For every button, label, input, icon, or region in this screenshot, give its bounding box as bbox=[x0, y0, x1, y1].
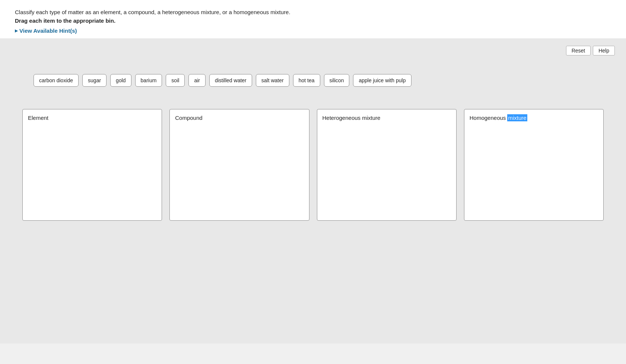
bin-element-title: Element bbox=[28, 115, 156, 121]
bin-homogeneous-title: Homogeneous mixture bbox=[470, 115, 598, 121]
highlight-mixture: mixture bbox=[507, 114, 527, 121]
help-button[interactable]: Help bbox=[593, 46, 615, 55]
bin-compound-title: Compound bbox=[175, 115, 304, 121]
drag-item-soil[interactable]: soil bbox=[166, 74, 185, 87]
bin-heterogeneous-title: Heterogeneous mixture bbox=[322, 115, 451, 121]
bins-area: Element Compound Heterogeneous mixture H… bbox=[11, 109, 615, 221]
drag-item-apple-juice-with-pulp[interactable]: apple juice with pulp bbox=[353, 74, 411, 87]
instruction-line2: Drag each item to the appropriate bin. bbox=[15, 17, 611, 24]
bin-element[interactable]: Element bbox=[22, 109, 162, 221]
bin-homogeneous-mixture[interactable]: Homogeneous mixture bbox=[464, 109, 604, 221]
drag-items-area: carbon dioxidesugargoldbariumsoilairdist… bbox=[11, 67, 615, 94]
drag-item-barium[interactable]: barium bbox=[135, 74, 162, 87]
reset-button[interactable]: Reset bbox=[566, 46, 591, 55]
top-right-buttons: Reset Help bbox=[11, 46, 615, 55]
hint-link[interactable]: View Available Hint(s) bbox=[15, 28, 611, 34]
drag-item-air[interactable]: air bbox=[188, 74, 206, 87]
drag-item-salt-water[interactable]: salt water bbox=[256, 74, 289, 87]
main-panel: Reset Help carbon dioxidesugargoldbarium… bbox=[0, 38, 626, 344]
instruction-line1: Classify each type of matter as an eleme… bbox=[15, 9, 611, 15]
bin-compound[interactable]: Compound bbox=[169, 109, 309, 221]
drag-item-distilled-water[interactable]: distilled water bbox=[209, 74, 252, 87]
drag-item-gold[interactable]: gold bbox=[110, 74, 131, 87]
drag-item-carbon-dioxide[interactable]: carbon dioxide bbox=[34, 74, 79, 87]
drag-item-silicon[interactable]: silicon bbox=[324, 74, 350, 87]
bin-heterogeneous-mixture[interactable]: Heterogeneous mixture bbox=[317, 109, 457, 221]
instructions-area: Classify each type of matter as an eleme… bbox=[0, 0, 626, 38]
drag-item-sugar[interactable]: sugar bbox=[82, 74, 107, 87]
drag-item-hot-tea[interactable]: hot tea bbox=[293, 74, 320, 87]
